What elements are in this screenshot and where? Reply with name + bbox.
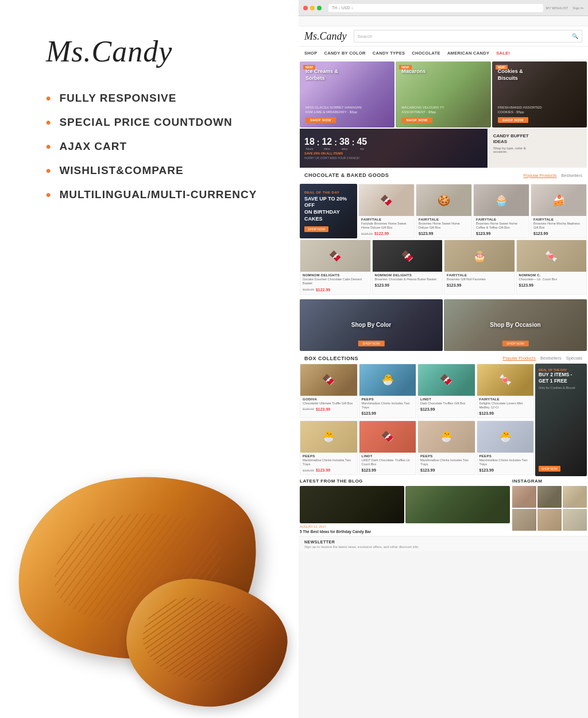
box-name-2: Marshmallow Chicks Includes Two Trays — [362, 402, 414, 410]
browser-dot-minimize[interactable] — [310, 6, 315, 10]
product-name-3: Brownies Home Sweet Home Coffee & Toffee… — [476, 222, 527, 230]
banner-subtitle-2: MACARONS VELOURS TYASSORTMENT - $8pp — [401, 106, 485, 115]
nav-chocolate[interactable]: CHOCOLATE — [412, 51, 440, 56]
nav-candy-types[interactable]: CANDY TYPES — [373, 51, 405, 56]
box-info-6: LINDT LINDT Dark Chocolate- Truffles Lb … — [359, 453, 416, 474]
product-brand-1: FAIRYTALE — [361, 218, 412, 221]
browser-url-bar[interactable]: TH ↓ USD ↓ — [328, 4, 543, 12]
box-brand-3: LINDT — [420, 397, 473, 401]
instagram-item-6[interactable] — [563, 509, 587, 531]
banner-btn-1[interactable]: SHOP NOW — [305, 117, 336, 123]
product-price-8: $123.99 — [519, 283, 585, 287]
box-price-3: $123.99 — [420, 407, 473, 411]
box-product-1: 🍫 GODIVA Chocolatier Ultimate Truffle Gi… — [300, 364, 358, 418]
price-regular-8: $123.99 — [519, 283, 533, 287]
instagram-item-3[interactable] — [563, 486, 587, 508]
product-name-5: Gocake Gourmet Chocolate Cake Dessert Ba… — [303, 277, 368, 285]
occasion-row: Shop By Color SHOP NOW Shop By Occasion … — [299, 298, 588, 352]
tab-box-bestsellers[interactable]: Bestsellers — [540, 356, 562, 361]
nav-sale[interactable]: SALE! — [496, 51, 510, 56]
occasion-btn-2[interactable]: SHOP NOW — [502, 341, 528, 346]
nav-american-candy[interactable]: AMERICAN CANDY — [447, 51, 489, 56]
box-name-3: Dark Chocolate Truffles Gift Box — [420, 402, 473, 406]
deal-side-btn[interactable]: SHOP NOW — [539, 466, 560, 472]
occasion-title-1: Shop By Color — [351, 321, 391, 329]
box-price-5: $135.99 $123.99 — [303, 468, 355, 472]
product-info-3: FAIRYTALE Brownies Home Sweet Home Coffe… — [474, 216, 529, 238]
account-link[interactable]: MY WISHLIST — [546, 6, 568, 10]
price-new-1: $122.99 — [374, 231, 389, 236]
box-products-area: 🍫 GODIVA Chocolatier Ultimate Truffle Gi… — [300, 364, 534, 477]
box-price-1: $135.99 $123.99 — [303, 407, 355, 411]
nav-shop[interactable]: SHOP — [304, 51, 317, 56]
feature-item-5: MULTILINGUAL/MULTI-CURRENCY — [46, 188, 276, 202]
tab-box-specials[interactable]: Specials — [566, 356, 582, 361]
occasion-btn-1[interactable]: SHOP NOW — [358, 341, 384, 346]
box-product-2: 🐣 PEEPS Marshmallow Chicks Includes Two … — [359, 364, 417, 418]
box-brand-6: LINDT — [362, 454, 414, 458]
hero-banners-row: NEW! Ice Creams &Sorbets MISS GLACEA SOR… — [299, 60, 588, 129]
candy-buffet-title: CANDY BUFFETIDEAS — [493, 133, 582, 145]
occasion-banner-color: Shop By Color SHOP NOW — [300, 299, 443, 351]
search-bar[interactable]: Search 🔍 — [354, 30, 583, 43]
price-regular-3: $123.99 — [476, 231, 490, 236]
product-img-1: 🍫 — [359, 184, 414, 216]
browser-dot-close[interactable] — [303, 6, 308, 10]
product-price-5: $135.99 $122.99 — [303, 288, 368, 292]
box-price-7: $123.99 — [420, 468, 473, 472]
box-name-6: LINDT Dark Chocolate- Truffles Lb Count … — [362, 458, 414, 466]
countdown-numbers: 18 hours : 12 mins : 38 secs — [304, 137, 367, 150]
product-name-8: Chocolate— Lb. Count Box — [519, 277, 585, 281]
box-products-with-deal: 🍫 GODIVA Chocolatier Ultimate Truffle Gi… — [299, 364, 588, 477]
product-price-4: $123.99 — [533, 231, 584, 236]
deal-banner: DEAL OF THE DAY SAVE UP TO 20% OFFON BIR… — [300, 184, 357, 238]
product-card-6: 🍫 NOMNOM DELIGHTS Brownies Chocolate & P… — [372, 240, 443, 294]
box-info-8: PEEPS Marshmallow Chicks Includes Two Tr… — [477, 453, 534, 474]
countdown-hurry: HURRY UP, DON'T MISS YOUR CHANCE! — [304, 156, 367, 160]
feature-item-1: FULLY RESPONSIVE — [46, 91, 276, 105]
banner-btn-2[interactable]: SHOP NOW — [401, 117, 432, 123]
croissant-decoration — [17, 293, 293, 707]
box-info-1: GODIVA Chocolatier Ultimate Truffle Gift… — [300, 396, 357, 414]
tab-popular[interactable]: Popular Products — [524, 173, 557, 178]
box-price-new-1: $123.99 — [316, 407, 330, 411]
product-brand-5: NOMNOM DELIGHTS — [303, 273, 368, 277]
box-price-old-1: $135.99 — [303, 407, 314, 411]
box-price-4: $123.99 — [479, 411, 532, 415]
box-img-5: 🐣 — [300, 421, 357, 453]
deal-btn[interactable]: SHOP NOW — [304, 226, 328, 232]
box-price-regular-2: $123.99 — [362, 411, 376, 415]
tab-box-popular[interactable]: Popular Products — [502, 356, 536, 361]
candy-buffet-sub: Shop by type, color &occasion. — [493, 146, 582, 153]
price-regular-6: $123.99 — [375, 283, 389, 287]
product-name-6: Brownies Chocolate & Peanut Butter Baske… — [375, 277, 440, 281]
instagram-item-4[interactable] — [512, 509, 536, 531]
banner-ice-cream: NEW! Ice Creams &Sorbets MISS GLACEA SOR… — [300, 61, 394, 128]
instagram-item-5[interactable] — [537, 509, 562, 531]
box-info-2: PEEPS Marshmallow Chicks Includes Two Tr… — [359, 396, 416, 418]
product-name-7: Brownies Gift Roll Favorites — [447, 277, 512, 281]
product-price-7: $123.99 — [447, 283, 512, 287]
search-icon[interactable]: 🔍 — [572, 33, 578, 39]
choc-section-title: CHOCOLATE & BAKED GOODS — [304, 172, 389, 178]
banner-btn-3[interactable]: SHOP NOW — [498, 117, 528, 123]
box-section-title: BOX COLLECTIONS — [304, 356, 358, 361]
product-img-2: 🍪 — [416, 184, 471, 216]
deal-side-title: BUY 2 ITEMS - GET 1 FREE — [539, 372, 583, 384]
instagram-item-2[interactable] — [537, 486, 562, 508]
signin-link[interactable]: Sign In — [572, 6, 583, 10]
browser-dot-maximize[interactable] — [317, 6, 322, 10]
instagram-item-1[interactable] — [512, 486, 536, 508]
product-brand-4: FAIRYTALE — [533, 218, 584, 221]
box-brand-5: PEEPS — [303, 454, 355, 458]
site-wrapper: Ms.Candy Search 🔍 SHOP CANDY BY COLOR CA… — [299, 16, 588, 551]
occasion-banner-occasion: Shop By Occasion SHOP NOW — [444, 299, 587, 351]
product-card-7: 🎂 FAIRYTALE Brownies Gift Roll Favorites… — [444, 240, 515, 294]
banner-cookies: NEW! Cookies &Biscuits FRESH-BAKED ASSOR… — [492, 61, 587, 128]
box-price-regular-8: $123.99 — [479, 468, 494, 472]
blog-post-title[interactable]: 5 The Best Ideas for Birthday Candy Bar — [300, 530, 510, 534]
top-bar — [299, 16, 588, 26]
site-nav: SHOP CANDY BY COLOR CANDY TYPES CHOCOLAT… — [299, 47, 588, 60]
nav-candy-color[interactable]: CANDY BY COLOR — [324, 51, 365, 56]
tab-bestsellers[interactable]: Bestsellers — [561, 173, 582, 178]
